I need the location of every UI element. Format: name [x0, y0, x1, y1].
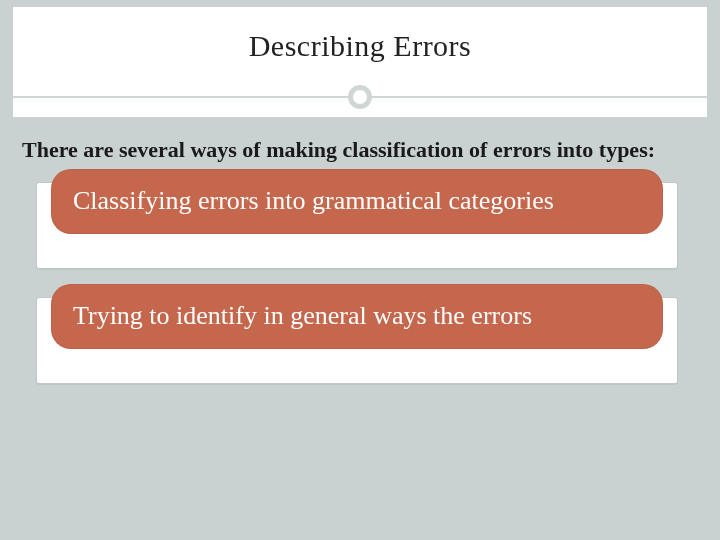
card-text: Trying to identify in general ways the e…: [73, 300, 641, 331]
slide-body: There are several ways of making classif…: [12, 118, 708, 384]
card-text: Classifying errors into grammatical cate…: [73, 185, 641, 216]
title-divider: [13, 85, 707, 109]
slide-title: Describing Errors: [13, 7, 707, 63]
divider-circle-icon: [348, 85, 372, 109]
card-accent: Classifying errors into grammatical cate…: [51, 169, 663, 234]
slide-header: Describing Errors: [12, 6, 708, 118]
card-container: Classifying errors into grammatical cate…: [36, 182, 678, 269]
card-container: Trying to identify in general ways the e…: [36, 297, 678, 384]
card-accent: Trying to identify in general ways the e…: [51, 284, 663, 349]
slide: Describing Errors There are several ways…: [12, 6, 708, 534]
